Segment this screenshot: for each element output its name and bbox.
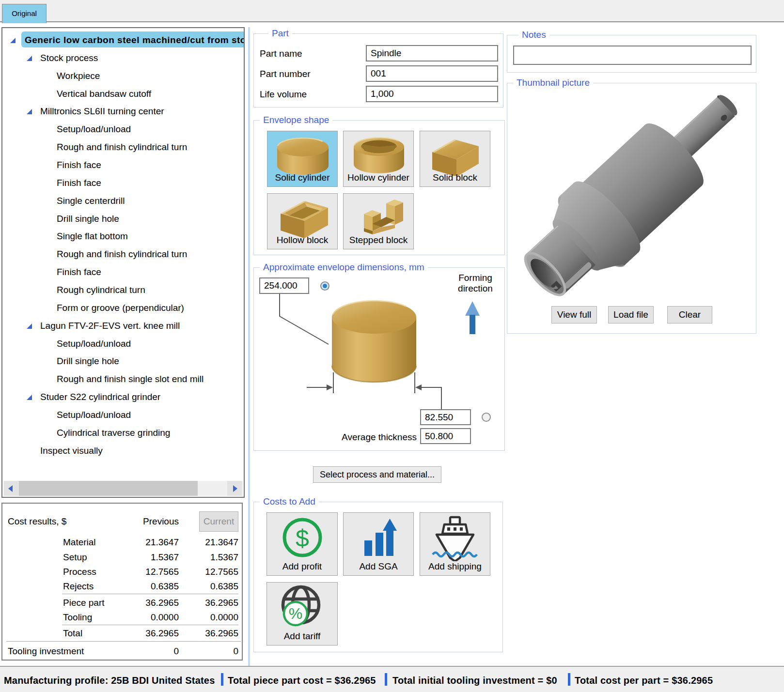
svg-text:$: $ xyxy=(296,525,309,552)
svg-text:%: % xyxy=(289,605,302,622)
